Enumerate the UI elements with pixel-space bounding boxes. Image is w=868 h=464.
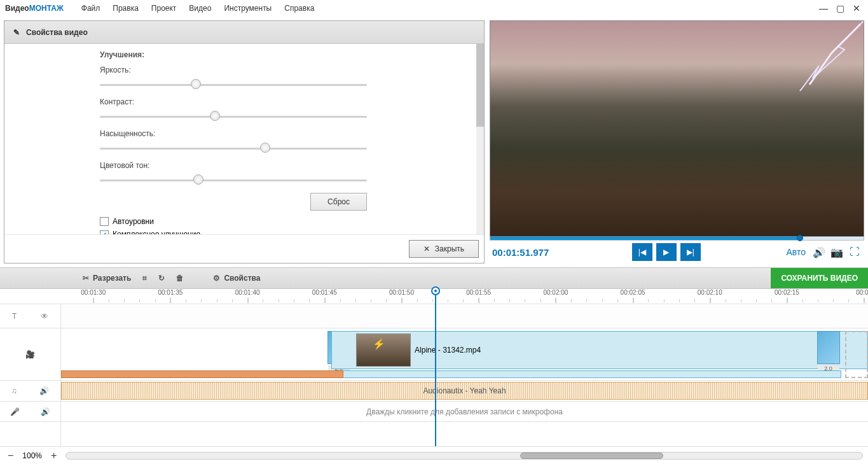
zoom-percent: 100%: [22, 451, 42, 460]
properties-button[interactable]: ⚙Свойства: [213, 274, 260, 283]
zoom-in-button[interactable]: +: [48, 450, 59, 461]
transition-right[interactable]: 2.0: [817, 331, 840, 364]
delete-button[interactable]: 🗑: [176, 274, 184, 283]
audio-track-head[interactable]: ♫🔊: [0, 381, 60, 402]
horizontal-scroll-thumb[interactable]: [520, 453, 663, 459]
crop-button[interactable]: ⌗: [142, 274, 147, 283]
video-icon: 🎥: [25, 350, 35, 359]
auto-label[interactable]: Авто: [787, 247, 806, 257]
minimize-button[interactable]: —: [817, 2, 830, 15]
preview-seekbar[interactable]: [490, 237, 864, 241]
menu-tools[interactable]: Инструменты: [217, 4, 278, 13]
close-props-button[interactable]: ✕ Закрыть: [409, 240, 479, 258]
maximize-button[interactable]: ▢: [834, 2, 846, 15]
save-video-button[interactable]: СОХРАНИТЬ ВИДЕО: [771, 268, 868, 288]
cut-button[interactable]: ✂Разрезать: [83, 274, 131, 283]
prev-button[interactable]: |◀: [632, 243, 652, 261]
speed-bar[interactable]: [337, 370, 841, 378]
reset-button[interactable]: Сброс: [310, 193, 367, 211]
autolevels-row[interactable]: Автоуровни: [100, 217, 471, 226]
text-track-head[interactable]: T👁: [0, 304, 60, 328]
contrast-row: Контраст:: [100, 97, 471, 123]
preview-panel: 00:01:51.977 |◀ ▶ ▶| Авто 🔊 📷 ⛶: [490, 20, 864, 264]
upper-area: ✎ Свойства видео Улучшения: Яркость: Кон…: [0, 17, 868, 267]
window-buttons: — ▢ ✕: [817, 2, 863, 15]
complex-row[interactable]: Комплексное улучшение: [100, 230, 471, 234]
effect-icon: ⚡: [373, 338, 385, 350]
audio-lane[interactable]: Audionautix - Yeah Yeah: [61, 381, 868, 402]
fullscreen-icon[interactable]: ⛶: [848, 246, 862, 258]
add-clip-placeholder[interactable]: [845, 331, 868, 378]
complex-checkbox[interactable]: [100, 230, 109, 235]
zoom-out-button[interactable]: −: [5, 450, 16, 461]
ruler-tick: 00:02:05: [621, 289, 645, 296]
close-window-button[interactable]: ✕: [850, 2, 863, 15]
props-scrollbar-thumb[interactable]: [476, 44, 484, 127]
timecode: 00:01:51.977: [492, 247, 549, 258]
ruler-tick: 00:02:00: [543, 289, 568, 296]
play-button[interactable]: ▶: [656, 243, 677, 261]
brand-part2: МОНТАЖ: [29, 4, 64, 13]
gear-icon: ⚙: [213, 274, 220, 283]
ruler-tick: 00:01:50: [389, 289, 414, 296]
autolevels-checkbox[interactable]: [100, 217, 109, 226]
menu-project[interactable]: Проект: [145, 4, 183, 13]
crop-icon: ⌗: [142, 274, 147, 283]
properties-panel: ✎ Свойства видео Улучшения: Яркость: Кон…: [4, 20, 485, 264]
menu-help[interactable]: Справка: [278, 4, 320, 13]
eye-icon[interactable]: 👁: [41, 312, 48, 321]
seek-thumb[interactable]: [797, 235, 803, 241]
mic-lane[interactable]: Дважды кликните для добавления записи с …: [61, 402, 868, 422]
tracks: T👁 🎥 ♫🔊 🎤🔊 2.0 ⚡ Alpine - 31342.mp4 2.0: [0, 304, 868, 446]
playhead[interactable]: [435, 289, 436, 446]
pencil-icon: ✎: [13, 28, 20, 37]
track-body: 2.0 ⚡ Alpine - 31342.mp4 2.0 Audionautix…: [61, 304, 868, 446]
text-lane[interactable]: [61, 304, 868, 328]
contrast-slider[interactable]: [100, 110, 367, 123]
saturation-slider[interactable]: [100, 142, 367, 155]
music-icon: ♫: [11, 386, 17, 395]
preview-video[interactable]: [490, 20, 864, 237]
menu-video[interactable]: Видео: [183, 4, 217, 13]
complex-label: Комплексное улучшение: [113, 230, 200, 234]
saturation-row: Насыщенность:: [100, 129, 471, 155]
cut-label: Разрезать: [93, 274, 131, 283]
speaker-icon-audio[interactable]: 🔊: [39, 386, 49, 395]
ruler-tick: 00:01:45: [312, 289, 337, 296]
ruler-tick: 00:02:15: [775, 289, 799, 296]
clip-name: Alpine - 31342.mp4: [415, 346, 481, 355]
zoombar: − 100% +: [0, 446, 868, 464]
menu-file[interactable]: Файл: [75, 4, 107, 13]
ruler[interactable]: 00:01:3000:01:3500:01:4000:01:4500:01:50…: [61, 289, 868, 304]
horizontal-scrollbar[interactable]: [65, 452, 863, 460]
next-button[interactable]: ▶|: [680, 243, 701, 261]
video-lane[interactable]: 2.0 ⚡ Alpine - 31342.mp4 2.0: [61, 328, 868, 381]
brightness-slider[interactable]: [100, 78, 367, 91]
rotate-icon: ↻: [158, 274, 165, 283]
audio-clip[interactable]: Audionautix - Yeah Yeah: [61, 382, 868, 400]
text-icon: T: [12, 312, 17, 321]
properties-footer: ✕ Закрыть: [4, 234, 484, 263]
mic-track-head[interactable]: 🎤🔊: [0, 402, 60, 422]
mic-icon: 🎤: [10, 407, 20, 416]
hue-row: Цветовой тон:: [100, 161, 471, 186]
snapshot-icon[interactable]: 📷: [830, 246, 844, 258]
speaker-icon-mic[interactable]: 🔊: [41, 407, 50, 416]
saturation-label: Насыщенность:: [100, 129, 471, 138]
brand-part1: Видео: [5, 4, 29, 13]
speaker-icon[interactable]: 🔊: [812, 246, 826, 258]
menu-edit[interactable]: Правка: [106, 4, 145, 13]
trash-icon: 🗑: [176, 274, 184, 283]
timeline-toolbar: ✂Разрезать ⌗ ↻ 🗑 ⚙Свойства СОХРАНИТЬ ВИД…: [0, 267, 868, 289]
video-track-head[interactable]: 🎥: [0, 328, 60, 381]
video-clip[interactable]: ⚡ Alpine - 31342.mp4: [331, 331, 868, 369]
playhead-knob[interactable]: [431, 286, 440, 295]
autolevels-label: Автоуровни: [113, 217, 154, 226]
hue-slider[interactable]: [100, 174, 367, 186]
scissors-icon: ✂: [83, 274, 89, 283]
reset-row: Сброс: [100, 193, 367, 211]
properties-body: Улучшения: Яркость: Контраст: Насыщеннос…: [4, 44, 484, 234]
lightning-icon: [749, 21, 864, 97]
speed-bar-left[interactable]: [61, 370, 343, 378]
rotate-button[interactable]: ↻: [158, 274, 165, 283]
